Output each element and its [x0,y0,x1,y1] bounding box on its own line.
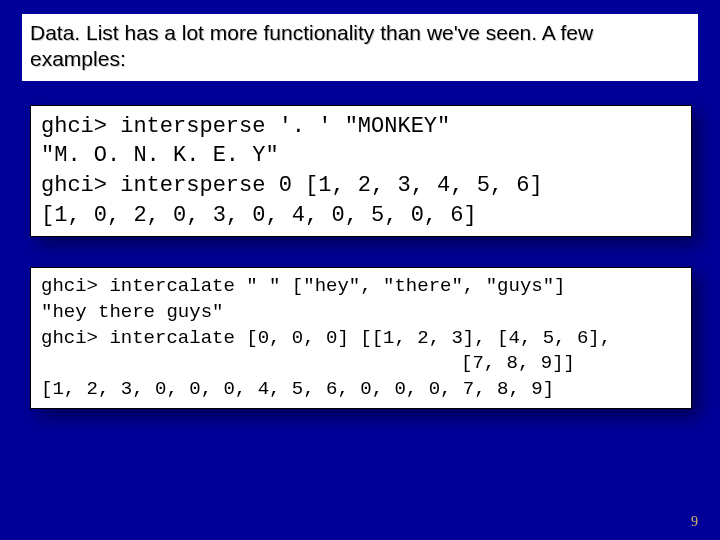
code-line: [1, 0, 2, 0, 3, 0, 4, 0, 5, 0, 6] [41,201,681,231]
code-line: ghci> intercalate " " ["hey", "there", "… [41,274,681,300]
code-line: [1, 2, 3, 0, 0, 0, 4, 5, 6, 0, 0, 0, 7, … [41,377,681,403]
code-line: [7, 8, 9]] [41,351,681,377]
code-line: ghci> intersperse '. ' "MONKEY" [41,112,681,142]
code-box-intercalate: ghci> intercalate " " ["hey", "there", "… [30,267,692,409]
code-box-intersperse: ghci> intersperse '. ' "MONKEY" "M. O. N… [30,105,692,238]
code-line: ghci> intersperse 0 [1, 2, 3, 4, 5, 6] [41,171,681,201]
code-line: "hey there guys" [41,300,681,326]
slide: Data. List has a lot more functionality … [0,0,720,540]
slide-heading: Data. List has a lot more functionality … [22,14,698,81]
page-number: 9 [691,514,698,530]
code-line: ghci> intercalate [0, 0, 0] [[1, 2, 3], … [41,326,681,352]
code-line: "M. O. N. K. E. Y" [41,141,681,171]
